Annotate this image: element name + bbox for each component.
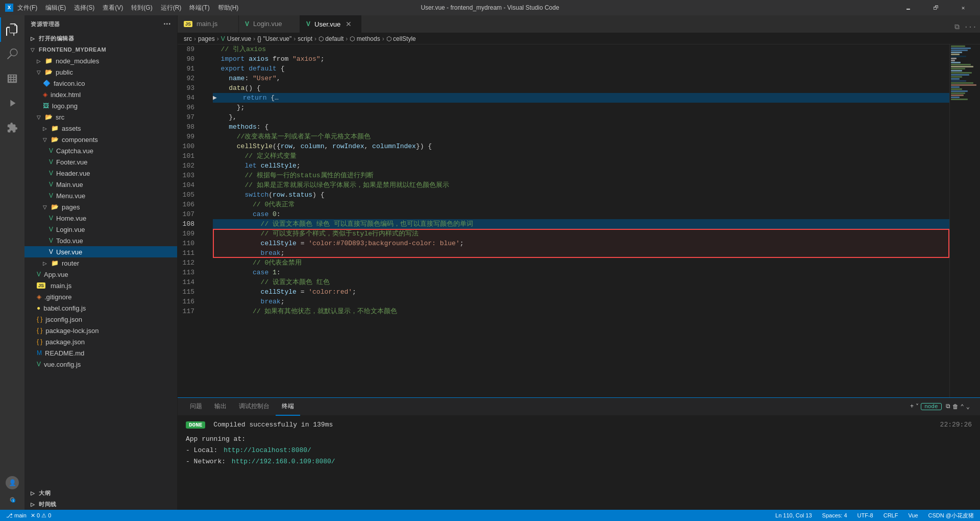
breadcrumb-src[interactable]: src — [184, 35, 192, 42]
assets-arrow: ▷ — [43, 126, 49, 131]
activity-run[interactable] — [0, 91, 24, 115]
breadcrumb-pages[interactable]: pages — [198, 35, 215, 42]
panel-tab-debug[interactable]: 调试控制台 — [233, 398, 276, 416]
plus-icon[interactable]: + — [910, 403, 914, 410]
minimize-button[interactable]: 🗕 — [896, 0, 920, 15]
editor-main[interactable]: 89 90 91 92 93 94 96 97 98 99 100 101 10… — [178, 44, 980, 397]
sidebar-item-header[interactable]: V Header.vue — [24, 168, 177, 179]
sidebar-item-babel[interactable]: ● babel.config.js — [24, 302, 177, 314]
sidebar-item-src[interactable]: ▽ 📂 src — [24, 111, 177, 123]
encoding[interactable]: UTF-8 — [855, 512, 875, 518]
menu-help[interactable]: 帮助(H) — [218, 4, 239, 12]
code-line-116: break; — [213, 297, 949, 306]
sidebar: 资源管理器 ··· ▷ 打开的编辑器 ▽ FRONTEND_MYDREAM ▷ — [24, 15, 178, 510]
git-branch[interactable]: ⎇ main — [4, 512, 29, 519]
panel-tab-output[interactable]: 输出 — [208, 398, 233, 416]
breadcrumb-default[interactable]: ⬡ default — [318, 35, 344, 42]
close-button[interactable]: ✕ — [951, 0, 975, 15]
code-editor[interactable]: // 引入axios import axios from "axios"; ex… — [209, 44, 949, 397]
sidebar-item-home[interactable]: V Home.vue — [24, 212, 177, 224]
sidebar-item-main-vue[interactable]: V Main.vue — [24, 179, 177, 190]
line-num-102: 102 — [178, 161, 194, 171]
split-terminal-icon[interactable]: ⧉ — [946, 403, 950, 410]
breadcrumb: src › pages › V User.vue › {} "User.vue"… — [178, 33, 980, 44]
sidebar-more-button[interactable]: ··· — [163, 19, 171, 29]
expand-icon[interactable]: ⌄ — [966, 403, 970, 411]
settings-icon[interactable]: ⚙ 1 — [6, 493, 18, 506]
breadcrumb-user-vue[interactable]: User.vue — [227, 35, 251, 42]
sidebar-item-package-json[interactable]: { } package.json — [24, 336, 177, 347]
network-label: - Network: — [186, 458, 226, 465]
eol[interactable]: CRLF — [881, 512, 900, 518]
sidebar-item-menu[interactable]: V Menu.vue — [24, 190, 177, 201]
tab-login-vue[interactable]: V Login.vue — [239, 15, 300, 33]
sidebar-item-router[interactable]: ▷ 📁 router — [24, 257, 177, 269]
menu-edit[interactable]: 编辑(E) — [45, 4, 66, 12]
chevron-up-icon[interactable]: ⌃ — [961, 403, 964, 411]
outline-section[interactable]: ▷ 大纲 — [24, 487, 177, 499]
sidebar-item-logo[interactable]: 🖼 logo.png — [24, 100, 177, 111]
sidebar-item-captcha[interactable]: V Captcha.vue — [24, 145, 177, 156]
menu-terminal[interactable]: 终端(T) — [189, 4, 209, 12]
activity-explorer[interactable] — [0, 17, 24, 42]
sidebar-item-user[interactable]: V User.vue — [24, 246, 177, 257]
project-root[interactable]: ▽ FRONTEND_MYDREAM — [24, 44, 177, 55]
sidebar-item-package-lock[interactable]: { } package-lock.json — [24, 325, 177, 336]
network-url[interactable]: http://192.168.0.109:8080/ — [232, 458, 335, 465]
panel-tab-problems[interactable]: 问题 — [184, 398, 208, 416]
sidebar-item-main-js[interactable]: JS main.js — [24, 280, 177, 291]
chevron-down-icon[interactable]: ˅ — [916, 403, 919, 411]
sidebar-item-node-modules[interactable]: ▷ 📁 node_modules — [24, 55, 177, 66]
menu-file[interactable]: 文件(F) — [17, 4, 37, 12]
menu-run[interactable]: 运行(R) — [161, 4, 182, 12]
sidebar-item-readme[interactable]: M README.md — [24, 347, 177, 359]
code-line-92: name: "User", — [213, 74, 949, 83]
sidebar-item-jsconfig[interactable]: { } jsconfig.json — [24, 314, 177, 325]
json-icon: { } — [37, 316, 42, 323]
sidebar-item-index-html[interactable]: ◈ index.html — [24, 89, 177, 100]
breadcrumb-script2[interactable]: script — [298, 35, 312, 42]
sidebar-item-components[interactable]: ▽ 📂 components — [24, 134, 177, 145]
cursor-position[interactable]: Ln 110, Col 13 — [773, 512, 814, 518]
activity-extensions[interactable] — [0, 115, 24, 140]
timeline-section[interactable]: ▷ 时间线 — [24, 499, 177, 510]
sidebar-item-login[interactable]: V Login.vue — [24, 224, 177, 235]
sidebar-item-footer[interactable]: V Footer.vue — [24, 156, 177, 168]
breadcrumb-cellstyle[interactable]: ⬡ cellStyle — [386, 35, 416, 42]
tab-main-js[interactable]: JS main.js — [178, 15, 239, 33]
panel-tab-terminal[interactable]: 终端 — [276, 398, 300, 416]
maximize-button[interactable]: 🗗 — [924, 0, 947, 15]
trash-icon[interactable]: 🗑 — [952, 403, 959, 411]
line-num-96: 96 — [178, 103, 194, 112]
sidebar-item-pages[interactable]: ▽ 📂 pages — [24, 201, 177, 212]
activity-search[interactable] — [0, 42, 24, 66]
sidebar-item-vue-config[interactable]: V vue.config.js — [24, 359, 177, 370]
more-actions-button[interactable]: ··· — [965, 21, 976, 33]
menu-view[interactable]: 查看(V) — [103, 4, 123, 12]
router-label: router — [62, 259, 79, 267]
open-editors-header[interactable]: ▷ 打开的编辑器 — [24, 33, 177, 44]
tab-user-vue[interactable]: V User.vue ✕ — [300, 15, 361, 33]
open-editors-arrow: ▷ — [31, 36, 37, 41]
sidebar-item-assets[interactable]: ▷ 📁 assets — [24, 123, 177, 134]
breadcrumb-script[interactable]: {} "User.vue" — [257, 35, 291, 42]
activity-bottom: 👤 ⚙ 1 — [6, 476, 19, 510]
menu-goto[interactable]: 转到(G) — [131, 4, 152, 12]
sidebar-item-todo[interactable]: V Todo.vue — [24, 235, 177, 246]
errors-count[interactable]: ✕ 0 ⚠ 0 — [29, 512, 53, 519]
sidebar-item-favicon[interactable]: 🔷 favicon.ico — [24, 78, 177, 89]
terminal-content[interactable]: DONE Compiled successfully in 139ms 22:2… — [178, 416, 980, 510]
avatar[interactable]: 👤 — [6, 476, 19, 489]
sidebar-item-gitignore[interactable]: ◈ .gitignore — [24, 291, 177, 302]
activity-source-control[interactable] — [0, 66, 24, 91]
language[interactable]: Vue — [906, 512, 920, 518]
sidebar-item-public[interactable]: ▽ 📂 public — [24, 66, 177, 78]
local-url[interactable]: http://localhost:8080/ — [224, 446, 311, 454]
tab-close-button[interactable]: ✕ — [345, 20, 353, 28]
code-line-106: // 0代表正常 — [213, 200, 949, 209]
sidebar-item-app-vue[interactable]: V App.vue — [24, 269, 177, 280]
split-editor-button[interactable]: ⧉ — [951, 21, 963, 33]
breadcrumb-methods[interactable]: ⬡ methods — [350, 35, 380, 42]
spaces[interactable]: Spaces: 4 — [820, 512, 849, 518]
menu-select[interactable]: 选择(S) — [74, 4, 94, 12]
